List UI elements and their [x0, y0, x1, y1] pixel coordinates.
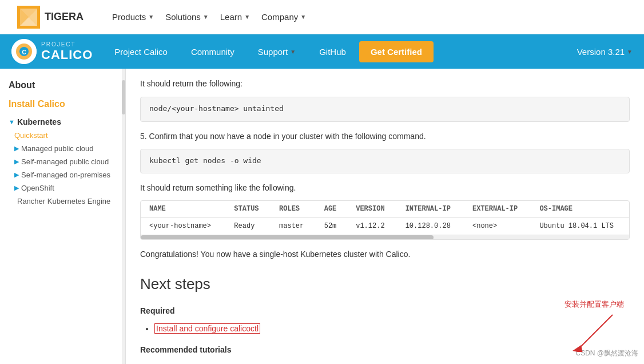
nav-support[interactable]: Support ▼: [248, 42, 306, 61]
install-calico-title[interactable]: Install Calico: [0, 96, 125, 115]
svg-text:C: C: [22, 49, 26, 56]
cell-internal-ip: 10.128.0.28: [397, 217, 464, 235]
nav-products[interactable]: Products ▼: [112, 12, 154, 22]
about-section-title: About: [0, 77, 125, 96]
triangle-icon: ▼: [9, 118, 15, 125]
triangle-icon: ▶: [14, 158, 19, 165]
triangle-icon: ▶: [14, 145, 19, 152]
col-name: NAME: [141, 201, 225, 218]
install-calicoctl-link[interactable]: Install and configure calicoctl: [154, 323, 260, 334]
col-status: STATUS: [225, 201, 271, 218]
cell-external-ip: <none>: [464, 217, 531, 235]
calico-logo-icon: C: [11, 39, 37, 64]
top-navigation: TIGERA Products ▼ Solutions ▼ Learn ▼ Co…: [0, 0, 644, 34]
triangle-icon: ▶: [14, 184, 19, 192]
nav-solutions[interactable]: Solutions ▼: [165, 12, 209, 22]
main-content: It should return the following: node/<yo…: [126, 69, 644, 364]
calico-icon-svg: C: [11, 39, 37, 64]
annotation-text: 安装并配置客户端: [555, 299, 624, 311]
get-certified-button[interactable]: Get Certified: [359, 41, 434, 62]
col-age: AGE: [316, 201, 347, 218]
calico-nav-links: Project Calico Community Support ▼ GitHu…: [104, 41, 577, 62]
code-block-2: kubectl get nodes -o wide: [140, 149, 630, 174]
chevron-down-icon: ▼: [627, 49, 633, 55]
nodes-table: NAME STATUS ROLES AGE VERSION INTERNAL-I…: [141, 201, 629, 235]
calico-logo[interactable]: C PROJECT CALICO: [11, 39, 93, 64]
nav-learn[interactable]: Learn ▼: [220, 12, 250, 22]
sidebar-item-self-managed-public-cloud[interactable]: ▶ Self-managed public cloud: [0, 155, 125, 168]
code-block-1: node/<your-hostname> untainted: [140, 97, 630, 122]
table-scrollbar-thumb: [141, 235, 434, 240]
cell-age: 52m: [316, 217, 347, 235]
cell-os-image: Ubuntu 18.04.1 LTS: [531, 217, 629, 235]
step-5-text: 5. Confirm that you now have a node in y…: [140, 130, 630, 143]
calico-navigation: C PROJECT CALICO Project Calico Communit…: [0, 34, 644, 69]
table-scrollbar[interactable]: [141, 235, 629, 239]
chevron-down-icon: ▼: [290, 49, 296, 55]
nav-project-calico[interactable]: Project Calico: [104, 42, 178, 61]
required-section: 安装并配置客户端 Required Install and configure …: [140, 304, 630, 335]
sidebar-item-managed-public-cloud[interactable]: ▶ Managed public cloud: [0, 142, 125, 155]
sidebar-item-quickstart[interactable]: Quickstart: [0, 129, 125, 142]
top-nav-links: Products ▼ Solutions ▼ Learn ▼ Company ▼: [112, 12, 306, 22]
col-roles: ROLES: [271, 201, 316, 218]
sidebar-item-openshift[interactable]: ▶ OpenShift: [0, 181, 125, 195]
chevron-down-icon: ▼: [300, 14, 306, 20]
table-scroll-container[interactable]: NAME STATUS ROLES AGE VERSION INTERNAL-I…: [141, 201, 629, 235]
table-header-row: NAME STATUS ROLES AGE VERSION INTERNAL-I…: [141, 201, 629, 218]
svg-line-9: [578, 315, 613, 349]
intro-text: It should return the following:: [140, 77, 630, 90]
tigera-logo[interactable]: TIGERA: [17, 6, 84, 29]
main-layout: About Install Calico ▼ Kubernetes Quicks…: [0, 69, 644, 364]
col-internal-ip: INTERNAL-IP: [397, 201, 464, 218]
cell-version: v1.12.2: [347, 217, 396, 235]
return-text: It should return something like the foll…: [140, 181, 630, 194]
chevron-down-icon: ▼: [148, 14, 154, 20]
nodes-table-wrapper: NAME STATUS ROLES AGE VERSION INTERNAL-I…: [140, 200, 630, 240]
tigera-logo-text: TIGERA: [45, 11, 84, 23]
cell-roles: master: [271, 217, 316, 235]
svg-marker-10: [573, 345, 583, 352]
col-external-ip: EXTERNAL-IP: [464, 201, 531, 218]
chevron-down-icon: ▼: [203, 14, 209, 20]
cell-hostname: <your-hostname>: [141, 217, 225, 235]
cell-status: Ready: [225, 217, 271, 235]
tigera-logo-icon: [17, 6, 40, 29]
col-version: VERSION: [347, 201, 396, 218]
chevron-down-icon: ▼: [244, 14, 250, 20]
nav-github[interactable]: GitHub: [309, 42, 356, 61]
sidebar-item-rancher[interactable]: Rancher Kubernetes Engine: [0, 195, 125, 208]
sidebar-item-self-managed-on-premises[interactable]: ▶ Self-managed on-premises: [0, 168, 125, 181]
next-steps-title: Next steps: [140, 272, 630, 296]
table-row: <your-hostname> Ready master 52m v1.12.2…: [141, 217, 629, 235]
col-os-image: OS-IMAGE: [531, 201, 629, 218]
sidebar-kubernetes-group[interactable]: ▼ Kubernetes: [0, 115, 125, 129]
annotation-container: 安装并配置客户端: [555, 299, 624, 355]
sidebar: About Install Calico ▼ Kubernetes Quicks…: [0, 69, 126, 364]
triangle-icon: ▶: [14, 171, 19, 179]
annotation-arrow-svg: [555, 312, 624, 352]
nav-company[interactable]: Company ▼: [261, 12, 306, 22]
version-selector[interactable]: Version 3.21 ▼: [577, 47, 633, 57]
congrats-text: Congratulations! You now have a single-h…: [140, 248, 630, 260]
nav-community[interactable]: Community: [181, 42, 245, 61]
calico-logo-text-block: PROJECT CALICO: [41, 41, 93, 62]
